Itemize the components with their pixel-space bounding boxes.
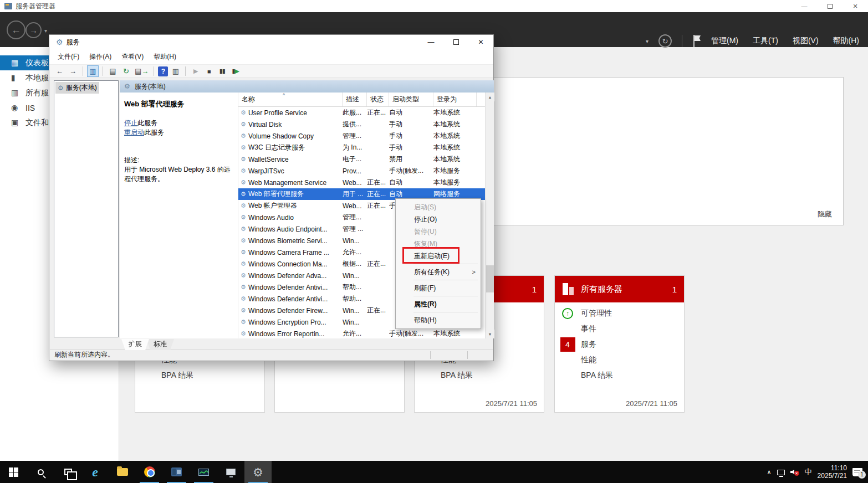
notification-center-button[interactable]: 1: [852, 468, 862, 476]
back-button[interactable]: ←: [7, 20, 25, 39]
context-menu-item-all-tasks[interactable]: 所有任务(K)>: [396, 266, 481, 278]
scroll-up-button[interactable]: ▲: [486, 93, 494, 101]
service-row[interactable]: ⚙User Profile Service此服...正在...自动本地系统: [238, 107, 485, 119]
forward-button[interactable]: →: [67, 65, 79, 77]
tab-extended[interactable]: 扩展: [121, 339, 149, 350]
service-logon-cell: 本地服务: [433, 166, 477, 176]
context-menu-item-stop[interactable]: 停止(O): [396, 213, 481, 225]
tile-row-label: BPA 结果: [581, 371, 613, 381]
nav-menu-help[interactable]: 帮助(H): [833, 36, 859, 46]
start-service-button[interactable]: ▶: [190, 65, 201, 77]
column-header[interactable]: 启动类型: [389, 93, 433, 106]
tree-item-services-local[interactable]: ⚙ 服务(本地): [55, 82, 99, 94]
notifications-caret-icon[interactable]: ▾: [646, 38, 649, 44]
file-explorer-button[interactable]: [109, 461, 136, 483]
close-button[interactable]: ✕: [843, 0, 868, 12]
scrollbar[interactable]: ▲ ▼: [485, 93, 494, 338]
services-minimize-button[interactable]: —: [418, 35, 443, 49]
tile-row-link[interactable]: BPA 结果: [555, 368, 684, 383]
service-row[interactable]: ⚙WalletService电子...禁用本地系统: [238, 153, 485, 165]
ime-indicator[interactable]: 中: [805, 467, 812, 477]
tile-header[interactable]: 所有服务器1: [555, 276, 684, 302]
service-desc-cell: 用于 ...: [343, 189, 367, 199]
service-startup-cell: 禁用: [389, 155, 433, 164]
server-manager-button[interactable]: [163, 461, 190, 483]
pause-service-button[interactable]: ▮▮: [216, 65, 228, 77]
tile-row-link[interactable]: BPA 结果: [135, 368, 264, 383]
services-app-button[interactable]: ⚙: [244, 461, 272, 483]
refresh-icon[interactable]: ↻: [658, 34, 672, 48]
services-window-titlebar[interactable]: ⚙ 服务 — ✕: [49, 35, 493, 49]
tray-clock[interactable]: 11:10 2025/7/21: [818, 464, 847, 480]
task-view-button[interactable]: [54, 461, 81, 483]
tile-row-link[interactable]: ↑可管理性: [555, 306, 684, 321]
service-row[interactable]: ⚙WarpJITSvcProv...手动(触发...本地服务: [238, 165, 485, 177]
context-menu-item-refresh[interactable]: 刷新(F): [396, 282, 481, 294]
context-menu-item-properties[interactable]: 属性(R): [396, 298, 481, 310]
properties-button[interactable]: ▤: [107, 65, 119, 77]
restart-service-button[interactable]: ▮▶: [229, 65, 241, 77]
service-logon-cell: 本地系统: [433, 329, 477, 338]
scrollbar-thumb[interactable]: [486, 265, 494, 292]
nav-menu-tools[interactable]: 工具(T): [753, 36, 778, 46]
performance-monitor-button[interactable]: [190, 461, 217, 483]
services-menu-help[interactable]: 帮助(H): [149, 52, 181, 61]
tab-standard[interactable]: 标准: [146, 339, 174, 350]
services-close-button[interactable]: ✕: [468, 35, 493, 49]
services-maximize-button[interactable]: [443, 35, 468, 49]
context-menu-item-pause[interactable]: 暂停(U): [396, 225, 481, 238]
context-menu-item-start[interactable]: 启动(S): [396, 201, 481, 213]
column-header[interactable]: 名称: [238, 93, 343, 106]
chrome-button[interactable]: [136, 461, 163, 483]
tile-row-link[interactable]: 性能: [555, 352, 684, 368]
export-list-button[interactable]: ▤→: [134, 65, 150, 77]
forward-button[interactable]: →: [25, 22, 42, 38]
tile-row-link[interactable]: BPA 结果: [415, 368, 544, 383]
service-row[interactable]: ⚙Web Management ServiceWeb...正在...自动本地服务: [238, 177, 485, 188]
tile-row-link[interactable]: 事件: [555, 321, 684, 337]
internet-explorer-button[interactable]: e: [81, 461, 109, 483]
scroll-down-button[interactable]: ▼: [486, 330, 494, 338]
start-button[interactable]: [0, 461, 27, 483]
service-name: Windows Audio Endpoint...: [248, 225, 328, 233]
stop-service-button[interactable]: ■: [203, 65, 215, 77]
gear-icon: ⚙: [241, 296, 246, 302]
minimize-button[interactable]: —: [792, 0, 817, 12]
history-caret-icon[interactable]: ▾: [44, 28, 47, 34]
column-header[interactable]: 状态: [367, 93, 389, 106]
volume-muted-icon[interactable]: ✕: [790, 468, 799, 476]
gear-icon: ⚙: [241, 145, 246, 151]
column-header[interactable]: 描述: [343, 93, 367, 106]
services-menu-file[interactable]: 文件(F): [53, 52, 84, 61]
help-button[interactable]: ?: [158, 66, 168, 76]
service-desc-cell: Win...: [343, 237, 367, 245]
service-row[interactable]: ⚙Virtual Disk提供...手动本地系统: [238, 119, 485, 130]
hide-link[interactable]: 隐藏: [818, 209, 832, 219]
service-row[interactable]: ⚙W3C 日志记录服务为 In...手动本地系统: [238, 142, 485, 153]
service-row[interactable]: ⚙Windows Error Reportin...允许...手动(触发...本…: [238, 328, 485, 338]
context-menu-item-help[interactable]: 帮助(H): [396, 314, 481, 326]
tile-row-label: BPA 结果: [161, 371, 193, 381]
tile-row-link[interactable]: 4服务: [555, 337, 684, 352]
column-header[interactable]: 登录为: [433, 93, 477, 106]
nav-menu-manage[interactable]: 管理(M): [711, 36, 738, 46]
stop-service-link[interactable]: 停止此服务: [124, 119, 157, 128]
devices-button[interactable]: [217, 461, 244, 483]
notification-flag-icon[interactable]: [692, 35, 701, 47]
tray-chevron-icon[interactable]: ∧: [767, 469, 772, 476]
service-logon-cell: 本地服务: [433, 178, 477, 187]
extended-view-button[interactable]: ▥: [170, 65, 181, 77]
services-menu-action[interactable]: 操作(A): [84, 52, 116, 61]
search-button[interactable]: [27, 461, 54, 483]
show-console-tree-button[interactable]: ▥: [87, 65, 99, 77]
restart-service-link[interactable]: 重启动此服务: [124, 128, 164, 137]
service-row[interactable]: ⚙Volume Shadow Copy管理...手动本地系统: [238, 130, 485, 142]
services-menu-view[interactable]: 查看(V): [116, 52, 149, 61]
tile-row-icon-slot: [559, 353, 576, 367]
refresh-button[interactable]: ↻: [120, 65, 132, 77]
nav-menu-view[interactable]: 视图(V): [793, 36, 819, 46]
tile-row-label: 事件: [581, 324, 596, 334]
back-button[interactable]: ←: [54, 65, 65, 77]
maximize-button[interactable]: [817, 0, 843, 12]
network-icon[interactable]: [777, 470, 785, 475]
